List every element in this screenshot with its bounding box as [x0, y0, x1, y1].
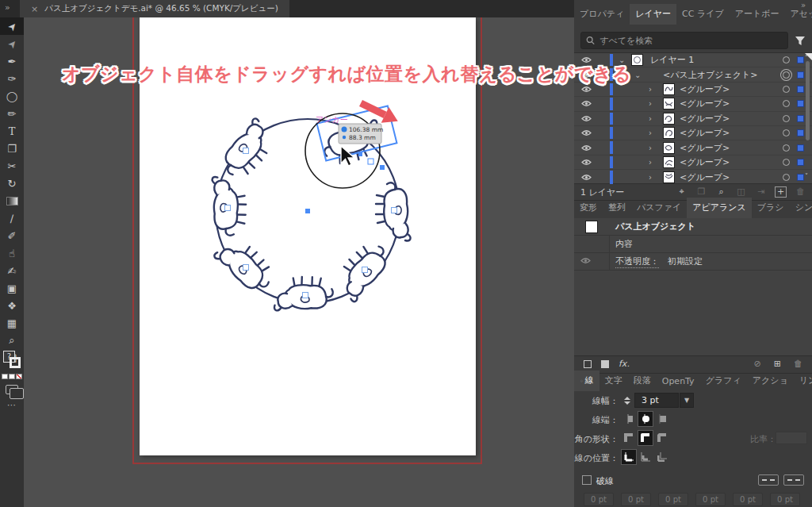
selection-indicator[interactable] [797, 86, 804, 93]
new-layer-icon[interactable]: + [775, 186, 787, 198]
visibility-eye-icon[interactable] [580, 256, 591, 267]
expand-chevron-icon[interactable]: › [649, 114, 652, 123]
group-thumbnail[interactable] [663, 127, 675, 139]
selection-indicator[interactable] [797, 71, 804, 79]
layer-row-3[interactable]: › <グループ> [574, 97, 812, 111]
duplicate-item-icon[interactable]: ⊞ [774, 359, 781, 369]
expand-chevron-icon[interactable]: › [649, 144, 652, 152]
visibility-eye-icon[interactable] [580, 115, 592, 122]
appearance-row-object[interactable]: パス上オブジェクト [574, 218, 812, 236]
layer-row-4[interactable]: › <グループ> [574, 112, 812, 126]
target-circle[interactable] [783, 174, 790, 181]
blend-tool[interactable]: ❖ [0, 297, 24, 314]
align-inside-button[interactable] [638, 450, 653, 464]
rotate-tool[interactable]: ↻ [0, 175, 24, 192]
selection-tool[interactable]: ➤ [0, 17, 24, 35]
visibility-eye-icon[interactable] [580, 100, 592, 107]
tab-symbols[interactable]: シンボル [790, 198, 812, 218]
preserve-dash-button[interactable] [758, 474, 779, 486]
collect-for-export-icon[interactable]: ❐ [695, 186, 707, 198]
search-layers-icon[interactable]: ⌕ [715, 186, 727, 198]
layer-row-8[interactable]: › <グループ> [574, 170, 812, 184]
layers-scrollbar[interactable]: ˄ ˅ [805, 56, 810, 175]
add-effect-icon[interactable]: fx. [619, 359, 630, 369]
target-circle[interactable] [783, 144, 790, 152]
dash-field[interactable]: 0 pt [733, 493, 763, 506]
graph-tool[interactable]: ▦ [0, 314, 24, 332]
expand-chevron-icon[interactable]: › [649, 99, 652, 108]
tab-cc-libraries[interactable]: CC ライブ [676, 4, 730, 25]
layer-row-7[interactable]: › <グループ> [574, 156, 812, 170]
tab-pathfinder[interactable]: パスファイ [631, 198, 687, 218]
align-center-button[interactable] [622, 450, 636, 464]
none-button[interactable] [16, 374, 22, 379]
scissors-tool[interactable]: ✂ [0, 157, 24, 175]
tab-appearance[interactable]: アピアランス [687, 198, 752, 218]
locate-object-icon[interactable]: ⌖ [676, 186, 688, 198]
gap-field[interactable]: 0 pt [621, 493, 651, 506]
selection-indicator[interactable] [797, 159, 804, 166]
layer-thumbnail[interactable] [631, 54, 643, 66]
tab-character[interactable]: 文字 [599, 371, 628, 391]
tab-links[interactable]: リンク [794, 371, 812, 391]
group-thumbnail[interactable] [663, 171, 675, 183]
target-circle-active[interactable] [783, 71, 790, 79]
weight-value[interactable]: 3 pt [634, 393, 679, 408]
round-join-button[interactable] [638, 431, 653, 445]
hand-tool[interactable]: ☝ [0, 244, 24, 262]
dash-field[interactable]: 0 pt [658, 493, 688, 506]
paintbrush-tool[interactable]: ✏ [0, 105, 24, 122]
bevel-join-button[interactable] [655, 431, 669, 445]
round-cap-button[interactable] [638, 412, 653, 426]
color-button[interactable] [2, 374, 8, 379]
dashed-line-checkbox[interactable] [582, 475, 592, 485]
align-outside-button[interactable] [655, 450, 669, 464]
group-thumbnail[interactable] [663, 113, 675, 125]
target-circle[interactable] [783, 129, 790, 136]
group-thumbnail[interactable] [663, 142, 675, 154]
appearance-row-opacity[interactable]: 不透明度： 初期設定 [574, 253, 812, 271]
scrollbar-thumb[interactable] [806, 61, 810, 140]
edit-toolbar-button[interactable]: ⋯ [7, 400, 17, 410]
tab-overflow-icon[interactable]: » [5, 2, 10, 13]
filter-funnel-icon[interactable] [795, 36, 806, 46]
selection-indicator[interactable] [797, 115, 804, 122]
align-dash-button[interactable] [783, 474, 804, 486]
type-tool[interactable]: T [0, 122, 24, 140]
opacity-link[interactable]: 不透明度： [615, 255, 659, 268]
free-transform-tool[interactable]: ❐ [0, 140, 24, 157]
document-tab[interactable]: × パス上オブジェクトデモ.ai* @ 46.65 % (CMYK/プレビュー) [20, 0, 289, 17]
make-clipping-mask-icon[interactable]: ◫ [735, 186, 747, 198]
knife-tool[interactable]: ∕ [0, 209, 24, 227]
stroke-swatch[interactable] [10, 357, 21, 368]
tab-graphic-styles[interactable]: グラフィ [700, 371, 747, 391]
pen-tool[interactable]: ✒ [0, 52, 24, 70]
close-tab-icon[interactable]: × [31, 4, 38, 14]
target-circle[interactable] [783, 56, 790, 63]
target-circle[interactable] [783, 100, 790, 107]
ellipse-tool[interactable]: ◯ [0, 87, 24, 105]
expand-chevron-icon[interactable]: › [649, 173, 652, 182]
target-circle[interactable] [783, 115, 790, 122]
butt-cap-button[interactable] [622, 412, 636, 426]
selection-indicator[interactable] [797, 100, 804, 107]
delete-layer-icon[interactable]: 🗑 [795, 186, 806, 198]
new-sublayer-icon[interactable]: ⇥ [755, 186, 767, 198]
direct-selection-tool[interactable]: ➤ [0, 35, 24, 52]
add-new-stroke-icon[interactable] [584, 360, 592, 368]
draw-mode-button[interactable] [6, 385, 18, 394]
tab-assets[interactable]: アセットの [785, 4, 812, 25]
weight-dropdown-chevron-icon[interactable]: ▼ [680, 393, 694, 408]
tab-opentype[interactable]: OpenTy [657, 372, 700, 391]
tab-brushes[interactable]: ブラシ [752, 198, 790, 218]
artboard-tool[interactable]: ▣ [0, 279, 24, 297]
expand-chevron-icon[interactable]: › [649, 158, 652, 167]
fill-stroke-indicator[interactable]: ? [3, 351, 21, 368]
add-new-fill-icon[interactable] [601, 360, 609, 368]
clear-appearance-icon[interactable]: ⊘ [754, 359, 761, 369]
collapse-chevron-icon[interactable]: ⌄ [634, 71, 641, 79]
target-circle[interactable] [783, 86, 790, 93]
delete-item-icon[interactable]: 🗑 [794, 359, 802, 369]
tab-artboards[interactable]: アートボー [730, 4, 785, 25]
tab-layers[interactable]: レイヤー [630, 4, 676, 25]
